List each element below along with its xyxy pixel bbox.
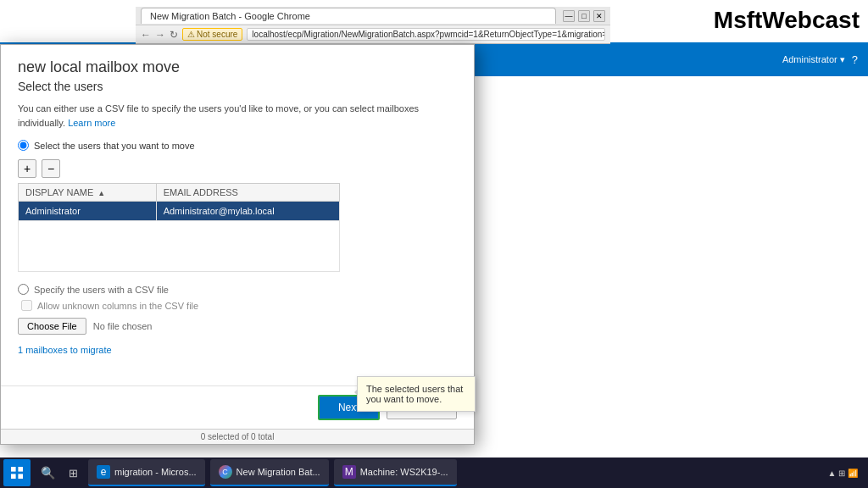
help-icon[interactable]: ? [852, 53, 858, 66]
address-url[interactable]: localhost/ecp/Migration/NewMigrationBatc… [247, 28, 605, 41]
taskbar-app-icon-migration: e [97, 465, 110, 479]
user-table: DISPLAY NAME ▲ EMAIL ADDRESS Administrat… [18, 183, 340, 272]
radio-csv[interactable] [18, 284, 29, 295]
browser-window-controls: — □ ✕ [563, 10, 605, 22]
unknown-columns-checkbox[interactable] [21, 300, 32, 311]
add-remove-buttons: + − [18, 159, 457, 178]
svg-rect-0 [11, 467, 16, 472]
col-email-address[interactable]: EMAIL ADDRESS [156, 184, 339, 202]
radio-select-users-option: Select the users that you want to move [18, 140, 457, 151]
modal-heading: new local mailbox move [18, 58, 457, 76]
unknown-columns-row: Allow unknown columns in the CSV file [18, 300, 457, 311]
security-warning: ⚠Not secure [182, 28, 242, 41]
refresh-button[interactable]: ↻ [170, 29, 178, 41]
taskbar-app-label-migration: migration - Micros... [114, 467, 197, 477]
minimize-button[interactable]: — [563, 10, 575, 22]
cell-email: Administrator@mylab.local [156, 202, 339, 221]
remove-user-button[interactable]: − [42, 159, 60, 178]
radio-select-users-label: Select the users that you want to move [34, 141, 195, 151]
csv-section: Specify the users with a CSV file Allow … [18, 284, 457, 335]
start-button[interactable] [3, 459, 31, 486]
unknown-columns-label: Allow unknown columns in the CSV file [37, 301, 198, 311]
radio-select-users[interactable] [18, 140, 29, 151]
sort-icon-name: ▲ [97, 189, 105, 197]
radio-csv-label: Specify the users with a CSV file [34, 285, 169, 295]
browser-address-bar: ← → ↻ ⚠Not secure localhost/ecp/Migratio… [136, 25, 610, 44]
browser-tab-active[interactable]: New Migration Batch - Google Chrome [141, 8, 556, 24]
svg-rect-1 [18, 467, 23, 472]
modal-status-bar: 0 selected of 0 total [1, 429, 474, 444]
forward-button[interactable]: → [155, 29, 165, 41]
tooltip-box: The selected users that you want to move… [357, 376, 476, 412]
user-table-container: DISPLAY NAME ▲ EMAIL ADDRESS Administrat… [18, 183, 457, 272]
col-display-name[interactable]: DISPLAY NAME ▲ [19, 184, 157, 202]
taskbar: 🔍 ⊞ e migration - Micros... C New Migrat… [0, 458, 868, 488]
taskbar-app-label-machine: Machine: WS2K19-... [360, 467, 448, 477]
back-button[interactable]: ← [141, 29, 151, 41]
svg-rect-2 [11, 474, 16, 479]
modal-subheading: Select the users [18, 80, 457, 93]
browser-tab-bar: New Migration Batch - Google Chrome — □ … [136, 7, 610, 25]
taskbar-app-machine[interactable]: M Machine: WS2K19-... [334, 459, 457, 486]
learn-more-link[interactable]: Learn more [68, 118, 115, 128]
taskbar-app-label-chrome: New Migration Bat... [236, 467, 320, 477]
table-row[interactable]: Administrator Administrator@mylab.local [19, 202, 340, 221]
cell-display-name: Administrator [19, 202, 157, 221]
radio-csv-row: Specify the users with a CSV file [18, 284, 457, 295]
watermark: MsftWebcast [714, 7, 860, 34]
choose-file-row: Choose File No file chosen [18, 318, 457, 335]
taskbar-tray: ▲ ⊞ 📶 [828, 469, 865, 478]
choose-file-button[interactable]: Choose File [18, 318, 86, 335]
add-user-button[interactable]: + [18, 159, 36, 178]
mailboxes-count: 1 mailboxes to migrate [18, 345, 457, 355]
svg-rect-3 [18, 474, 23, 479]
taskbar-app-icon-chrome: C [219, 465, 232, 479]
modal-body: new local mailbox move Select the users … [1, 45, 474, 385]
taskbar-time: ▲ ⊞ 📶 [828, 469, 858, 478]
table-row-empty [19, 221, 340, 272]
taskbar-app-icon-machine: M [342, 465, 356, 479]
taskbar-search[interactable]: 🔍 [36, 461, 59, 485]
modal-description: You can either use a CSV file to specify… [18, 102, 457, 130]
close-button[interactable]: ✕ [593, 10, 605, 22]
taskbar-app-migration[interactable]: e migration - Micros... [88, 459, 205, 486]
taskbar-task-view[interactable]: ⊞ [61, 461, 85, 485]
taskbar-app-chrome[interactable]: C New Migration Bat... [210, 459, 329, 486]
modal-window: new local mailbox move Select the users … [0, 44, 475, 445]
admin-user-menu[interactable]: Administrator ▾ [782, 54, 845, 65]
no-file-text: No file chosen [93, 321, 153, 331]
maximize-button[interactable]: □ [578, 10, 590, 22]
